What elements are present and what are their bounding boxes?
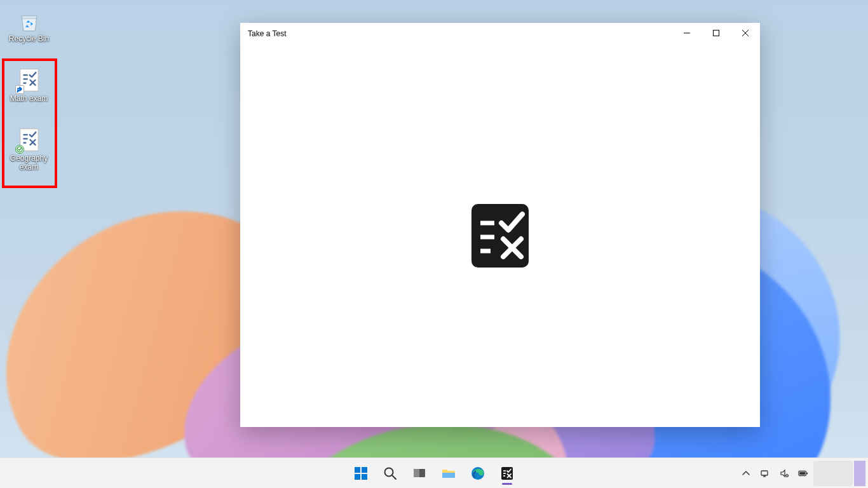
search-icon <box>383 466 398 481</box>
svg-rect-23 <box>442 473 455 478</box>
svg-rect-35 <box>799 471 805 474</box>
volume-icon <box>779 468 789 478</box>
file-explorer-icon <box>441 466 456 481</box>
window-close-button[interactable] <box>731 23 760 43</box>
desktop[interactable]: Recycle Bin Math exam <box>0 0 868 488</box>
take-a-test-logo-icon <box>471 204 529 268</box>
tray-network-button[interactable] <box>756 461 774 486</box>
tray-notifications-area[interactable] <box>854 461 865 486</box>
taskbar[interactable] <box>0 458 868 488</box>
chevron-up-icon <box>741 468 751 478</box>
taskbar-take-a-test-button[interactable] <box>494 461 520 486</box>
recycle-bin-icon <box>17 8 42 33</box>
taskbar-search-button[interactable] <box>377 461 403 486</box>
tray-overflow-button[interactable] <box>737 461 755 486</box>
take-a-test-taskbar-icon <box>499 466 515 481</box>
task-view-icon <box>412 466 427 481</box>
taskbar-task-view-button[interactable] <box>407 461 432 486</box>
network-icon <box>760 468 770 478</box>
annotation-highlight-box <box>2 58 57 188</box>
taskbar-start-button[interactable] <box>348 461 374 486</box>
svg-line-20 <box>392 475 396 479</box>
app-window-take-a-test[interactable]: Take a Test <box>240 23 760 427</box>
desktop-icon-recycle-bin[interactable]: Recycle Bin <box>5 5 53 47</box>
svg-rect-18 <box>362 474 367 480</box>
window-maximize-button[interactable] <box>702 23 731 43</box>
svg-rect-10 <box>714 30 719 36</box>
tray-datetime-area[interactable] <box>813 461 853 486</box>
taskbar-file-explorer-button[interactable] <box>436 461 461 486</box>
minimize-icon <box>684 30 690 36</box>
window-titlebar[interactable]: Take a Test <box>240 23 760 44</box>
battery-icon <box>798 468 808 478</box>
windows-start-icon <box>353 466 369 481</box>
svg-rect-16 <box>362 467 367 473</box>
svg-rect-34 <box>806 472 808 474</box>
taskbar-edge-button[interactable] <box>465 461 491 486</box>
tray-battery-button[interactable] <box>794 461 812 486</box>
window-title: Take a Test <box>248 29 286 38</box>
svg-rect-15 <box>355 467 360 473</box>
svg-rect-17 <box>355 474 360 480</box>
tray-volume-button[interactable] <box>775 461 793 486</box>
desktop-icon-label: Recycle Bin <box>9 34 49 43</box>
close-icon <box>742 30 749 36</box>
svg-rect-29 <box>761 471 768 475</box>
edge-icon <box>470 466 485 481</box>
window-minimize-button[interactable] <box>672 23 702 43</box>
window-body <box>240 44 760 427</box>
svg-rect-22 <box>414 469 419 477</box>
maximize-icon <box>713 30 719 36</box>
